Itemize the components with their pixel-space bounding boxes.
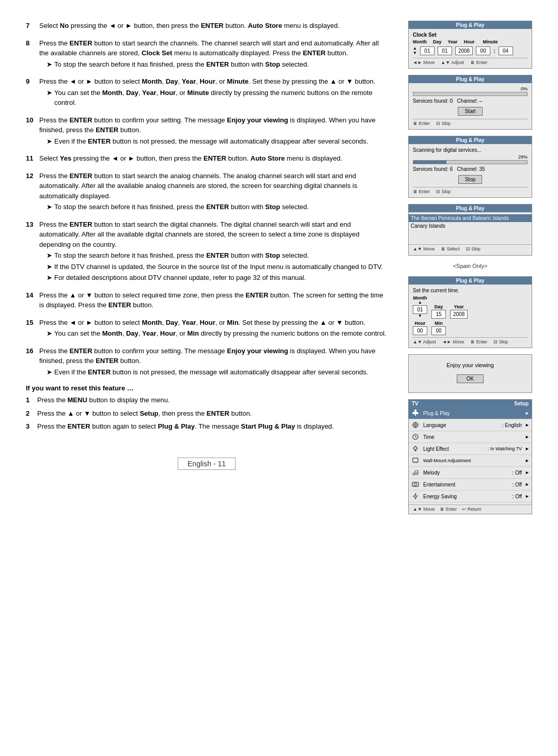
start-btn-container[interactable]: Start	[413, 106, 528, 117]
setup-row-lang[interactable]: Language : English ►	[409, 419, 532, 431]
start-button[interactable]: Start	[458, 107, 482, 116]
step-number: 10	[26, 115, 35, 147]
arrow-symbol: ➤	[47, 262, 52, 272]
arrow-note: ➤ Even if the ENTER button is not presse…	[47, 367, 388, 377]
step-text: Press the ENTER button again to select P…	[37, 421, 388, 432]
setup-rows: Plug & Play ► Language : English ► Time …	[409, 407, 532, 502]
reset-step-1: 1 Press the MENU button to display the m…	[26, 395, 388, 405]
footer-enter: 🖥 Enter	[470, 60, 487, 65]
setup-row-entertainment[interactable]: Entertainment : Off ►	[409, 479, 532, 491]
setup-row-melody[interactable]: Melody : Off ►	[409, 467, 532, 479]
panel-body: Clock Set Month Day Year Hour Minute ▲▼ …	[409, 29, 532, 68]
melody-value: : Off	[512, 470, 522, 476]
scanning-label: Scanning for digital services...	[413, 147, 528, 153]
timezone-panel: Plug & Play The Iberian Peninsula and Ba…	[408, 204, 532, 256]
language-label: Language	[423, 422, 499, 428]
setup-row-energy[interactable]: Energy Saving : Off ►	[409, 491, 532, 502]
arrow-note: ➤ To stop the search before it has finis…	[47, 202, 388, 212]
arrow-symbol: ➤	[47, 250, 52, 261]
svg-point-8	[414, 447, 417, 450]
melody-label: Melody	[423, 470, 509, 476]
stop-button[interactable]: Stop	[458, 175, 483, 184]
energy-value: : Off	[512, 494, 522, 499]
setup-row-light[interactable]: Light Effect : In Watching TV ►	[409, 443, 532, 455]
page-number-label: English - 11	[178, 458, 236, 470]
panel-body: The Iberian Peninsula and Balearic Islan…	[409, 212, 532, 255]
step-number: 12	[26, 171, 35, 212]
step-12: 12 Press the ENTER button to start searc…	[26, 171, 388, 212]
ok-button[interactable]: OK	[457, 374, 484, 383]
setup-row-wall[interactable]: Wall-Mount Adjustment ►	[409, 455, 532, 467]
step-7: 7 Select No pressing the ◄ or ► button, …	[26, 21, 388, 31]
time-row-2: Hour 00 Min 00	[413, 321, 528, 335]
min-label: Min	[435, 321, 443, 326]
arrow-note: ➤ To stop the search before it has finis…	[47, 250, 388, 261]
arrow-note: ➤ For detailed descriptions about DTV ch…	[47, 273, 388, 283]
panel-body: Scanning for digital services... 29% Ser…	[409, 144, 532, 197]
step-9: 9 Press the ◄ or ► button to select Mont…	[26, 76, 388, 108]
timezone-item-2[interactable]: Canary Islands	[409, 222, 532, 230]
footer-skip: ⊟ Skip	[466, 246, 481, 251]
plug-arrow: ►	[525, 411, 530, 416]
step-number: 16	[26, 346, 35, 377]
search-panel-footer: 🖥 Enter ⊟ Skip	[413, 187, 528, 194]
svg-marker-24	[413, 493, 417, 499]
light-value: : In Watching TV	[488, 446, 522, 451]
step-text: Press the ENTER button to confirm your s…	[39, 115, 388, 147]
min-value: 00	[431, 326, 446, 335]
progress-bar	[413, 92, 528, 96]
setup-row-plug[interactable]: Plug & Play ►	[409, 407, 532, 419]
month-arrows: ▲▼	[413, 46, 417, 56]
melody-icon	[411, 468, 420, 477]
step-text: Press the ◄ or ► button to select Month,…	[39, 318, 388, 339]
arrow-note: ➤ To stop the search before it has finis…	[47, 59, 388, 70]
step-number: 3	[26, 421, 33, 432]
time-panel-footer: ▲▼ Adjust ◄► Move 🖥 Enter ⊟ Skip	[413, 337, 528, 344]
spain-only-label: <Spain Only>	[408, 262, 532, 270]
day-label: Day	[435, 304, 443, 309]
setup-footer: ▲▼ Move 🖥 Enter ↩ Return	[409, 505, 532, 514]
stop-btn-container[interactable]: Stop	[413, 174, 528, 185]
month-value: 01	[413, 305, 427, 314]
step-number: 11	[26, 153, 35, 164]
search-panel-footer: 🖥 Enter ⊟ Skip	[413, 119, 528, 126]
tv-label: TV	[412, 401, 419, 406]
enjoy-panel: Enjoy your viewing OK	[408, 354, 532, 393]
month-group: Month ▲ 01 ▼	[413, 295, 427, 319]
step-8: 8 Press the ENTER button to start search…	[26, 38, 388, 70]
footer-select: 🖥 Select	[441, 246, 460, 251]
channel-search-panel-2: Plug & Play Scanning for digital service…	[408, 136, 532, 198]
step-16: 16 Press the ENTER button to confirm you…	[26, 346, 388, 377]
reset-step-3: 3 Press the ENTER button again to select…	[26, 421, 388, 432]
hour-value: 00	[413, 326, 427, 335]
clock-panel-footer: ◄► Move ▲▼ Adjust 🖥 Enter	[413, 58, 528, 65]
arrow-symbol: ➤	[47, 59, 52, 70]
step-number: 9	[26, 76, 35, 108]
language-value: : English	[502, 422, 522, 428]
clock-values: ▲▼ 01 01 2008 00 : 04	[413, 46, 528, 56]
step-number: 15	[26, 318, 35, 339]
arrow-note: ➤ Even if the ENTER button is not presse…	[47, 136, 388, 147]
minute-value: 04	[499, 46, 513, 55]
svg-rect-14	[413, 458, 418, 462]
hour-label: Hour	[464, 39, 475, 44]
day-value: 15	[431, 310, 446, 319]
month-label: Month	[413, 39, 427, 44]
percent-display: 0%	[413, 86, 528, 91]
time-icon	[411, 432, 420, 442]
svg-rect-13	[415, 450, 416, 451]
minute-label: Minute	[483, 39, 498, 44]
enjoy-text: Enjoy your viewing	[413, 362, 528, 368]
svg-rect-1	[412, 412, 419, 414]
entertainment-arrow: ►	[525, 482, 530, 487]
wall-mount-icon	[411, 456, 420, 465]
day-label: Day	[433, 39, 442, 44]
footer-move: ▲▼ Move	[413, 246, 435, 251]
ok-btn-container[interactable]: OK	[413, 370, 528, 383]
step-number: 14	[26, 290, 35, 310]
setup-row-time[interactable]: Time ►	[409, 431, 532, 443]
timezone-item-1[interactable]: The Iberian Peninsula and Balearic Islan…	[409, 214, 532, 222]
clock-set-headers: Month Day Year Hour Minute	[413, 39, 528, 44]
language-arrow: ►	[525, 422, 530, 428]
arrow-note: ➤ If the DTV channel is updated, the Sou…	[47, 262, 388, 272]
